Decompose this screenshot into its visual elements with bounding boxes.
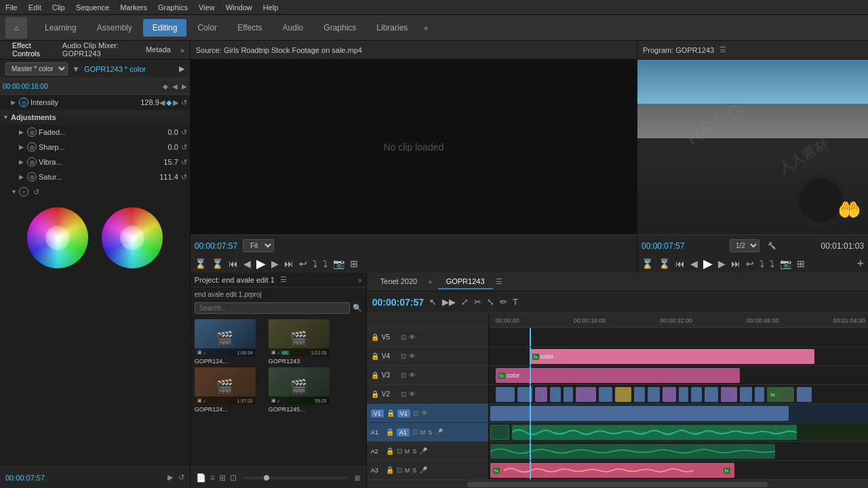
source-step-fwd[interactable]: ▶ bbox=[271, 258, 279, 269]
program-zoom-select[interactable]: 1/2 bbox=[730, 239, 760, 252]
nav-right-icon[interactable]: ▶ bbox=[173, 98, 178, 107]
extra-reset[interactable]: ↺ bbox=[33, 188, 39, 197]
tab-audio-mixer[interactable]: Audio Clip Mixer: GOPR1243 bbox=[56, 39, 136, 62]
source-step-fwd2[interactable]: ⏭ bbox=[284, 258, 294, 269]
tabs-more-button[interactable]: » bbox=[180, 46, 184, 54]
v4-clip-color[interactable]: fx color bbox=[530, 349, 814, 364]
gopr-tab-settings[interactable]: ☰ bbox=[496, 277, 502, 286]
tl-ripple-edit[interactable]: ⤢ bbox=[461, 297, 469, 307]
home-button[interactable]: ⌂ bbox=[5, 17, 27, 39]
clip-item-3[interactable]: 🎬 ▣ ♪ 1:37:20 GOPR124... bbox=[195, 367, 266, 413]
vibra-expand[interactable]: ▶ bbox=[19, 159, 27, 165]
prog-play-button[interactable]: ▶ bbox=[703, 256, 713, 271]
a3-lock-icon[interactable]: 🔒 bbox=[386, 466, 394, 474]
project-sort-btn[interactable]: ≣ bbox=[354, 473, 361, 483]
tab-editing[interactable]: Editing bbox=[143, 19, 187, 37]
v1-vis-icon[interactable]: 👁 bbox=[421, 409, 428, 417]
v3-sync-icon[interactable]: ⊡ bbox=[401, 371, 406, 379]
satur-value[interactable]: 111.4 bbox=[155, 173, 178, 181]
prog-step-fwd2[interactable]: ⏭ bbox=[731, 258, 741, 269]
v3-clip-color[interactable]: fx color bbox=[496, 368, 740, 383]
source-play-button[interactable]: ▶ bbox=[256, 256, 266, 271]
menu-graphics[interactable]: Graphics bbox=[158, 3, 188, 12]
source-camera[interactable]: 📷 bbox=[333, 258, 344, 269]
prog-loop[interactable]: ↩ bbox=[746, 258, 754, 269]
v2-clip-15[interactable] bbox=[721, 387, 737, 402]
tl-selection-tool[interactable]: ↖ bbox=[429, 297, 437, 307]
source-step-back[interactable]: ⏮ bbox=[229, 258, 238, 269]
tab-effect-controls[interactable]: Effect Controls bbox=[5, 39, 53, 62]
v4-sync-icon[interactable]: ⊡ bbox=[401, 352, 406, 360]
menu-window[interactable]: Window bbox=[226, 3, 252, 12]
prog-step-back2[interactable]: ◀ bbox=[690, 258, 698, 269]
a2-main-clip[interactable] bbox=[490, 444, 775, 459]
a1-lock-icon[interactable]: 🔒 bbox=[386, 428, 394, 436]
project-zoom-slider[interactable] bbox=[243, 476, 347, 479]
source-step-back2[interactable]: ◀ bbox=[243, 258, 251, 269]
project-menu-icon[interactable]: ☰ bbox=[280, 275, 287, 284]
v2-clip-10[interactable] bbox=[648, 387, 660, 402]
v4-lock-icon[interactable]: 🔒 bbox=[371, 352, 379, 360]
v4-vis-icon[interactable]: 👁 bbox=[409, 352, 416, 360]
project-search-input[interactable] bbox=[195, 302, 350, 314]
v2-sync-icon[interactable]: ⊡ bbox=[401, 390, 406, 398]
source-fit-select[interactable]: Fit bbox=[243, 239, 274, 252]
prog-camera[interactable]: 📷 bbox=[780, 258, 791, 269]
v2-clip-7[interactable] bbox=[599, 387, 612, 402]
faded-reset[interactable]: ↺ bbox=[181, 128, 187, 137]
v2-clip-8[interactable] bbox=[615, 387, 631, 402]
color-wheel-right[interactable]: + bbox=[102, 207, 163, 268]
timeline-scroll-thumb[interactable] bbox=[467, 482, 768, 487]
v2-lock-icon[interactable]: 🔒 bbox=[371, 390, 379, 398]
source-loop[interactable]: ↩ bbox=[299, 258, 307, 269]
timeline-tab-tenet[interactable]: Tenet 2020 bbox=[372, 274, 425, 289]
menu-sequence[interactable]: Sequence bbox=[76, 3, 110, 12]
vibra-reset[interactable]: ↺ bbox=[181, 158, 187, 167]
v2-clip-5[interactable] bbox=[564, 387, 573, 402]
prog-add-button[interactable]: + bbox=[856, 257, 864, 271]
v2-clip-11[interactable] bbox=[663, 387, 676, 402]
nav-left-icon[interactable]: ◀ bbox=[159, 98, 165, 107]
extra-expand[interactable]: ▼ bbox=[11, 188, 19, 195]
menu-clip[interactable]: Clip bbox=[52, 3, 65, 12]
a2-sync-icon[interactable]: ⊡ bbox=[397, 447, 402, 455]
keyframe-nav-left[interactable]: ◀ bbox=[172, 83, 178, 90]
v1-sync-icon[interactable]: ⊡ bbox=[413, 409, 418, 417]
menu-view[interactable]: View bbox=[199, 3, 215, 12]
source-insert[interactable]: ⤵ bbox=[313, 258, 317, 269]
sharp-value[interactable]: 0.0 bbox=[155, 143, 178, 151]
tab-graphics[interactable]: Graphics bbox=[314, 19, 366, 37]
satur-reset[interactable]: ↺ bbox=[181, 173, 187, 182]
program-menu-icon[interactable]: ☰ bbox=[719, 45, 726, 54]
intensity-expand[interactable]: ▶ bbox=[11, 99, 19, 106]
v5-sync-icon[interactable]: ⊡ bbox=[401, 333, 406, 341]
timeline-scrollbar[interactable] bbox=[367, 480, 868, 488]
v3-lock-icon[interactable]: 🔒 bbox=[371, 371, 379, 379]
source-overwrite[interactable]: ⤵ bbox=[323, 258, 328, 269]
v2-clip-6[interactable] bbox=[576, 387, 596, 402]
v1-active-badge[interactable]: V1 bbox=[371, 409, 384, 418]
project-grid-view[interactable]: ⊞ bbox=[219, 473, 226, 483]
menu-help[interactable]: Help bbox=[263, 3, 279, 12]
project-freeform-view[interactable]: ⊡ bbox=[230, 473, 237, 483]
sharp-reset[interactable]: ↺ bbox=[181, 143, 187, 152]
intensity-value[interactable]: 128.9 bbox=[136, 98, 159, 106]
keyframe-add-icon[interactable]: ◆ bbox=[166, 98, 172, 107]
clip-item-4[interactable]: 🎬 ▣ ♪ 59:25 GOPR1245... bbox=[269, 367, 340, 413]
tl-razor[interactable]: ✂ bbox=[474, 297, 481, 307]
project-new-btn[interactable]: 📄 bbox=[196, 473, 206, 483]
v2-clip-1[interactable] bbox=[496, 387, 515, 402]
project-more-btn[interactable]: » bbox=[358, 276, 362, 284]
v5-vis-icon[interactable]: 👁 bbox=[409, 333, 416, 341]
nav-more-button[interactable]: » bbox=[418, 21, 433, 35]
v2-clip-18[interactable] bbox=[797, 387, 812, 402]
left-loop-btn[interactable]: ↺ bbox=[178, 473, 184, 482]
source-mark-in[interactable]: ⌛ bbox=[195, 258, 206, 269]
a1-active-badge[interactable]: A1 bbox=[397, 428, 410, 436]
wrench-icon[interactable]: 🔧 bbox=[768, 242, 776, 249]
v2-clip-3[interactable] bbox=[535, 387, 547, 402]
project-list-view[interactable]: ≡ bbox=[210, 473, 215, 483]
v2-clip-9[interactable] bbox=[634, 387, 645, 402]
prog-mark-out[interactable]: ⌛ bbox=[658, 258, 670, 269]
v2-fx-clip[interactable]: fx bbox=[767, 387, 794, 402]
